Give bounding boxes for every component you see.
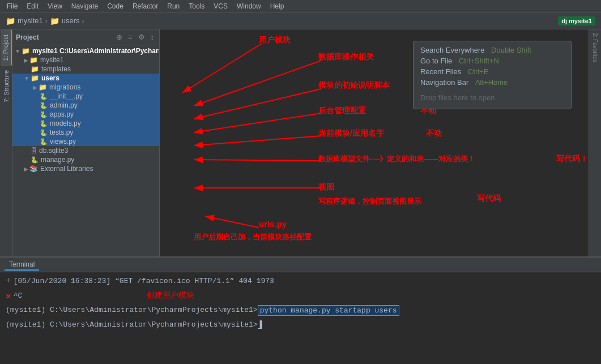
mysite1-label: mysite1	[40, 56, 63, 64]
ext-libs-arrow: ▶	[24, 166, 28, 172]
tests-label: tests.py	[50, 129, 73, 136]
mysite1-folder-icon: 📁	[29, 56, 38, 64]
menu-window[interactable]: Window	[232, 1, 266, 11]
panel-header: Project ⊕ ≡ ⚙ ↕	[12, 29, 159, 45]
panel-expand-icon[interactable]: ↕	[149, 32, 156, 42]
annotation-user-module: 用户模块	[259, 35, 291, 45]
search-popup: Search Everywhere Double Shift Go to Fil…	[413, 41, 572, 109]
menu-run[interactable]: Run	[163, 1, 184, 11]
breadcrumb-project[interactable]: mysite1	[18, 16, 43, 25]
search-item-recent: Recent Files Ctrl+E	[420, 67, 564, 76]
apps-file-icon: 🐍	[40, 111, 48, 118]
menu-file[interactable]: File	[2, 1, 22, 11]
terminal-tab[interactable]: Terminal	[5, 259, 39, 271]
nav-bar-shortcut: Alt+Home	[475, 78, 508, 87]
terminal-x-btn[interactable]: ✕	[6, 290, 11, 302]
tree-db[interactable]: 🗄 db.sqlite3	[12, 146, 159, 155]
django-badge: dj mysite1	[558, 16, 595, 25]
left-sidebar-tabs: 1: Project 7: Structure	[0, 29, 12, 256]
annotation-admin: 后台管理配置	[318, 106, 366, 116]
terminal-prompt: (mysite1) C:\Users\Administrator\Pycharm…	[6, 305, 258, 316]
db-label: db.sqlite3	[39, 147, 68, 155]
tree-migrations[interactable]: ▶ 📁 migrations	[12, 83, 159, 92]
root-arrow: ▼	[15, 48, 20, 54]
svg-line-2	[194, 89, 321, 119]
file-tree: ▼ 📁 mysite1 C:\Users\Administrator\Pycha…	[12, 45, 159, 256]
tree-users[interactable]: ▼ 📁 users	[12, 74, 159, 83]
admin-label: admin.py	[50, 101, 78, 109]
tree-apps[interactable]: 🐍 apps.py	[12, 110, 159, 119]
panel-gear-icon[interactable]: ⚙	[137, 32, 147, 42]
search-everywhere-label: Search Everywhere	[420, 46, 484, 54]
migrations-arrow: ▶	[33, 84, 37, 91]
ext-libs-icon: 📚	[29, 165, 38, 173]
terminal-add-btn[interactable]: +	[6, 276, 11, 286]
db-file-icon: 🗄	[31, 147, 37, 154]
search-item-file: Go to File Ctrl+Shift+N	[420, 57, 564, 65]
drop-files-label: Drop files here to open	[420, 93, 495, 102]
tree-tests[interactable]: 🐍 tests.py	[12, 128, 159, 137]
annotation-views-desc: 写程序逻辑，控制页面视图显示	[318, 196, 421, 207]
editor-area: Search Everywhere Double Shift Go to Fil…	[160, 29, 589, 256]
menu-vcs[interactable]: VCS	[209, 1, 232, 11]
menu-edit[interactable]: Edit	[22, 1, 43, 11]
migrations-folder-icon: 📁	[39, 83, 47, 91]
users-arrow: ▼	[24, 75, 29, 82]
tree-mysite1[interactable]: ▶ 📁 mysite1	[12, 55, 159, 65]
annotation-create-module: 创建用户模块	[147, 290, 194, 301]
users-label: users	[41, 74, 59, 82]
init-label: __init__.py	[50, 92, 83, 100]
go-to-file-label: Go to File	[420, 57, 452, 65]
annotation-views: 视图	[318, 182, 334, 192]
menu-refactor[interactable]: Refactor	[128, 1, 163, 11]
menu-bar: File Edit View Navigate Code Refactor Ru…	[0, 0, 601, 12]
tests-file-icon: 🐍	[40, 129, 48, 136]
menu-tools[interactable]: Tools	[184, 1, 209, 11]
recent-files-label: Recent Files	[420, 67, 461, 76]
svg-line-0	[182, 44, 262, 93]
breadcrumb-sep1: ›	[45, 17, 48, 25]
terminal-line-ctrl-c: ^C	[14, 290, 23, 302]
terminal-body[interactable]: + [05/Jun/2020 16:38:23] “GET /favicon.i…	[0, 272, 601, 364]
manage-file-icon: 🐍	[31, 156, 39, 164]
breadcrumb-users[interactable]: users	[62, 16, 80, 25]
annotation-write-code-2: 写代码	[477, 194, 501, 204]
apps-label: apps.py	[50, 110, 74, 118]
terminal-area: Terminal + [05/Jun/2020 16:38:23] “GET /…	[0, 256, 601, 364]
views-file-icon: 🐍	[40, 138, 48, 145]
mysite1-arrow: ▶	[24, 57, 28, 63]
tab-project[interactable]: 1: Project	[1, 29, 12, 65]
manage-label: manage.py	[41, 156, 74, 164]
terminal-empty-prompt: (mysite1) C:\Users\Administrator\Pycharm…	[6, 319, 595, 331]
terminal-cmd-line: (mysite1) C:\Users\Administrator\Pycharm…	[6, 305, 595, 317]
menu-code[interactable]: Code	[103, 1, 128, 11]
svg-line-1	[194, 61, 321, 106]
tree-init[interactable]: 🐍 __init__.py	[12, 92, 159, 101]
favorites-tab[interactable]: 2: Favorites	[591, 29, 599, 66]
annotation-urls: urls.py	[259, 219, 287, 229]
svg-line-5	[194, 160, 321, 161]
users-folder-icon: 📁	[50, 16, 59, 25]
search-item-everywhere: Search Everywhere Double Shift	[420, 46, 564, 54]
tree-root[interactable]: ▼ 📁 mysite1 C:\Users\Administrator\Pycha…	[12, 46, 159, 55]
recent-files-shortcut: Ctrl+E	[468, 67, 488, 76]
panel-menu-icon[interactable]: ≡	[126, 32, 134, 42]
models-file-icon: 🐍	[40, 120, 48, 127]
tree-models[interactable]: 🐍 models.py	[12, 119, 159, 128]
menu-navigate[interactable]: Navigate	[67, 1, 103, 11]
terminal-line-1: [05/Jun/2020 16:38:23] “GET /favicon.ico…	[14, 276, 274, 287]
tab-structure[interactable]: 7: Structure	[1, 65, 11, 107]
tree-templates[interactable]: 📁 templates	[12, 65, 159, 74]
tree-admin[interactable]: 🐍 admin.py	[12, 101, 159, 110]
migrations-label: migrations	[49, 83, 80, 91]
tree-manage[interactable]: 🐍 manage.py	[12, 155, 159, 164]
views-label: views.py	[50, 138, 76, 145]
tree-views[interactable]: 🐍 views.py	[12, 137, 159, 146]
tree-ext-libs[interactable]: ▶ 📚 External Libraries	[12, 164, 159, 173]
terminal-header: Terminal	[0, 258, 601, 272]
menu-help[interactable]: Help	[266, 1, 289, 11]
panel-add-icon[interactable]: ⊕	[114, 32, 124, 42]
menu-view[interactable]: View	[43, 1, 67, 11]
svg-line-7	[205, 216, 259, 228]
annotation-user-path: 用户后期自己加，当前模块路径配置	[194, 232, 312, 242]
